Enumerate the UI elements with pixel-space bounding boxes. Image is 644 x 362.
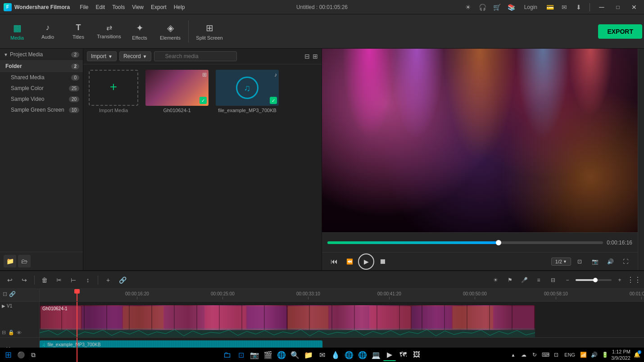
mail-icon[interactable]: ✉	[559, 2, 570, 13]
zoom-out-button[interactable]: −	[561, 274, 574, 286]
taskbar-edge[interactable]: 🌐	[275, 348, 288, 361]
export-button[interactable]: EXPORT	[598, 24, 642, 39]
taskbar-explorer[interactable]: 🗀	[221, 348, 234, 361]
filter-icon[interactable]: ⊟	[304, 53, 310, 60]
battery-icon[interactable]: 🔋	[600, 350, 609, 359]
mic-button[interactable]: 🎤	[518, 274, 531, 286]
sample-video-item[interactable]: Sample Video 20	[0, 94, 83, 104]
fullscreen-button[interactable]: ⛶	[619, 255, 632, 268]
taskbar-search2[interactable]: 🔍	[289, 348, 301, 361]
subtitle-button[interactable]: ≡	[532, 274, 545, 286]
login-button[interactable]: Login	[521, 2, 541, 13]
cart-icon[interactable]: 🛒	[492, 2, 503, 13]
redo-button[interactable]: ↪	[18, 274, 31, 286]
record-dropdown[interactable]: Record ▼	[119, 51, 151, 61]
download-icon[interactable]: ⬇	[573, 2, 584, 13]
toolbar-elements[interactable]: ◈ Elements	[155, 17, 186, 46]
start-button[interactable]: ⊞	[3, 349, 14, 360]
menu-view[interactable]: View	[132, 4, 144, 10]
search-input[interactable]	[154, 51, 237, 61]
clock-widget[interactable]: 1:12 PM 3/9/2022	[611, 348, 630, 362]
taskbar-folder[interactable]: 📁	[302, 348, 315, 361]
screenshot-button[interactable]: 📷	[588, 255, 602, 268]
play-button[interactable]: ▶	[358, 253, 374, 270]
video-clip[interactable]: Gh010624-1	[40, 305, 535, 330]
taskbar-chrome2[interactable]: 🌐	[356, 348, 369, 361]
onedrive-icon[interactable]: ☁	[519, 350, 528, 359]
toolbar-transitions[interactable]: ⇄ Transitions	[94, 17, 124, 46]
more-button[interactable]: ⋮⋮	[628, 274, 640, 286]
task-view-button[interactable]: ⧉	[28, 349, 39, 360]
library-icon[interactable]: 📚	[506, 2, 517, 13]
taskbar-dropbox[interactable]: 💧	[329, 348, 342, 361]
preview-ratio-selector[interactable]: 1/2 ▼	[551, 258, 571, 266]
minimize-button[interactable]: ─	[595, 1, 608, 14]
preview-progress-thumb[interactable]	[496, 240, 501, 245]
volume-icon[interactable]: 🔊	[590, 350, 599, 359]
media-item-video[interactable]: ⊞ ✓ Gh010624-1	[145, 70, 209, 113]
sun-icon[interactable]: ☀	[463, 2, 474, 13]
taskbar-chrome[interactable]: 🌐	[343, 348, 355, 361]
crop-button[interactable]: ⊡	[573, 255, 586, 268]
zoom-slider[interactable]	[576, 279, 612, 281]
crop-timeline-button[interactable]: ⊢	[67, 274, 80, 286]
project-media-arrow[interactable]: ▼	[4, 52, 8, 57]
menu-help[interactable]: Help	[174, 4, 185, 10]
notification-icon[interactable]: 🔔 1	[632, 350, 641, 359]
taskbar-camera[interactable]: 📷	[248, 348, 261, 361]
close-button[interactable]: ✕	[628, 1, 640, 14]
wifi-icon[interactable]: 📶	[579, 350, 588, 359]
skip-back-button[interactable]: ⏮	[327, 255, 341, 268]
import-dropdown[interactable]: Import ▼	[87, 51, 117, 61]
grid-view-icon[interactable]: ⊞	[313, 53, 318, 60]
taskbar-pc[interactable]: 💻	[370, 348, 382, 361]
chevron-up-icon[interactable]: ▲	[508, 350, 517, 359]
menu-edit[interactable]: Edit	[95, 4, 105, 10]
taskbar-filmora-active[interactable]: ▶	[383, 348, 396, 361]
link-button[interactable]: 🔗	[116, 274, 129, 286]
new-folder-button[interactable]: 📁	[4, 255, 16, 267]
volume-button[interactable]: 🔊	[603, 255, 617, 268]
undo-button[interactable]: ↩	[4, 274, 16, 286]
taskbar-maps[interactable]: 🗺	[397, 348, 409, 361]
delete-button[interactable]: 🗑	[38, 274, 51, 286]
video-lock-icon[interactable]: 🔒	[8, 330, 14, 335]
taskbar-photos[interactable]: 🖼	[410, 348, 423, 361]
toolbar-audio[interactable]: ♪ Audio	[32, 17, 63, 46]
keyboard-icon[interactable]: ⌨	[541, 350, 550, 359]
link-clip-icon[interactable]: 🔗	[9, 291, 16, 297]
media-item-audio[interactable]: ♪ ♫ ✓ file_example_MP3_700KB	[216, 70, 279, 113]
sample-green-screen-item[interactable]: Sample Green Screen 10	[0, 104, 83, 115]
shared-media-item[interactable]: Shared Media 0	[0, 72, 83, 83]
color-match-button[interactable]: ☀	[489, 274, 502, 286]
tablet-icon[interactable]: ⊡	[552, 350, 561, 359]
split-screen-button[interactable]: ⊞ Split Screen	[191, 17, 227, 46]
cut-button[interactable]: ✂	[53, 274, 65, 286]
toolbar-media[interactable]: ▦ Media	[2, 17, 32, 46]
taskbar-mail[interactable]: ✉	[316, 348, 328, 361]
zoom-thumb[interactable]	[593, 278, 598, 282]
menu-export[interactable]: Export	[151, 4, 167, 10]
wallet-icon[interactable]: 💳	[544, 2, 555, 13]
menu-tools[interactable]: Tools	[112, 4, 125, 10]
taskbar-store[interactable]: ⊡	[235, 348, 247, 361]
menu-file[interactable]: File	[80, 4, 88, 10]
text-overlay-button[interactable]: ⊟	[547, 274, 559, 286]
toolbar-titles[interactable]: T Titles	[63, 17, 94, 46]
delete-folder-button[interactable]: 🗁	[18, 255, 31, 267]
audio-detach-button[interactable]: ↕	[82, 274, 94, 286]
search-taskbar-button[interactable]: ⚫	[15, 349, 26, 360]
video-settings-icon[interactable]: ⊟	[2, 330, 6, 335]
snap-icon[interactable]: ⊡	[3, 291, 7, 297]
folder-item[interactable]: Folder 2	[0, 61, 83, 72]
import-media-button[interactable]: +	[89, 70, 138, 106]
headset-icon[interactable]: 🎧	[477, 2, 488, 13]
toolbar-effects[interactable]: ✦ Effects	[124, 17, 155, 46]
update-icon[interactable]: ↻	[530, 350, 539, 359]
zoom-in-button[interactable]: +	[613, 274, 626, 286]
stop-button[interactable]: ⏹	[376, 255, 390, 268]
video-eye-icon[interactable]: 👁	[17, 330, 22, 335]
taskbar-filmora[interactable]: 🎬	[262, 348, 274, 361]
add-track-button[interactable]: +	[102, 274, 114, 286]
sample-color-item[interactable]: Sample Color 25	[0, 83, 83, 94]
